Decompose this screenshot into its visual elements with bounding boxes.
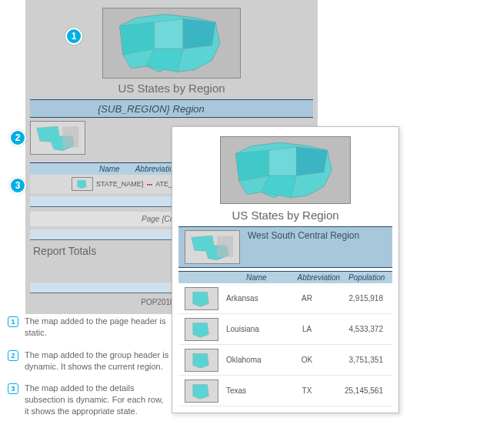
cell-name: Louisiana: [226, 325, 280, 333]
colhead-abbr: Abbreviation: [298, 273, 349, 282]
legend-text-3: The map added to the details subsection …: [25, 383, 169, 417]
callout-badge-1: 1: [65, 28, 82, 45]
cell-pop: 3,751,351: [334, 356, 388, 364]
table-row: Texas TX 25,145,561: [178, 376, 392, 406]
render-title: US States by Region: [178, 209, 392, 222]
legend-text-1: The map added to the page header is stat…: [25, 316, 169, 339]
row-state-map: [185, 287, 218, 310]
row-state-map: [185, 349, 218, 372]
legend-badge-2: 2: [8, 350, 18, 361]
render-rows: Arkansas AR 2,915,918 Louisiana LA 4,533…: [178, 283, 392, 406]
cell-name: Texas: [226, 386, 280, 395]
details-dynamic-map: [72, 177, 93, 191]
report-title: US States by Region: [30, 82, 313, 95]
cell-pop: 2,915,918: [334, 294, 388, 303]
legend-item-1: 1 The map added to the page header is st…: [8, 316, 169, 339]
table-row: Arkansas AR 2,915,918: [178, 283, 392, 314]
legend-text-2: The map added to the group header is dyn…: [25, 349, 169, 373]
callout-badge-3: 3: [9, 177, 26, 194]
legend-badge-1: 1: [8, 316, 18, 327]
group-header-bar: {SUB_REGION} Region: [30, 99, 313, 118]
render-region-header: West South Central Region: [178, 226, 392, 268]
render-region-map: [185, 230, 240, 264]
sub-region-template: {SUB_REGION} Region: [98, 103, 205, 115]
page-header-static-map: [102, 8, 241, 79]
cell-name: Arkansas: [226, 294, 280, 303]
legend-badge-3: 3: [8, 383, 18, 394]
row-state-map: [185, 379, 218, 403]
render-column-headers: Name Abbreviation Population: [178, 271, 392, 283]
legend-item-2: 2 The map added to the group header is d…: [8, 349, 169, 373]
cell-abbr: TX: [280, 386, 334, 395]
field-state-name: STATE_NAME}: [96, 180, 144, 188]
report-render-pane: US States by Region West South Central R…: [172, 126, 399, 413]
group-header-dynamic-map: [30, 121, 85, 155]
cell-pop: 25,145,561: [334, 386, 388, 395]
render-page-header-map: [220, 136, 351, 204]
colhead-name: Name: [246, 273, 298, 282]
cell-abbr: LA: [280, 325, 334, 333]
cell-abbr: AR: [280, 294, 334, 303]
colhead-pop: Population: [348, 273, 392, 282]
render-region-label: West South Central Region: [248, 230, 359, 241]
callout-badge-2: 2: [9, 129, 26, 146]
caret-icon: ▪▪▪: [147, 182, 152, 187]
cell-pop: 4,533,372: [334, 325, 388, 333]
row-state-map: [185, 318, 218, 341]
cell-name: Oklahoma: [226, 356, 280, 364]
legend-item-3: 3 The map added to the details subsectio…: [8, 383, 169, 417]
table-row: Louisiana LA 4,533,372: [178, 314, 392, 345]
col-name: Name: [99, 165, 120, 173]
table-row: Oklahoma OK 3,751,351: [178, 345, 392, 376]
cell-abbr: OK: [280, 356, 334, 364]
legend: 1 The map added to the page header is st…: [8, 316, 169, 428]
